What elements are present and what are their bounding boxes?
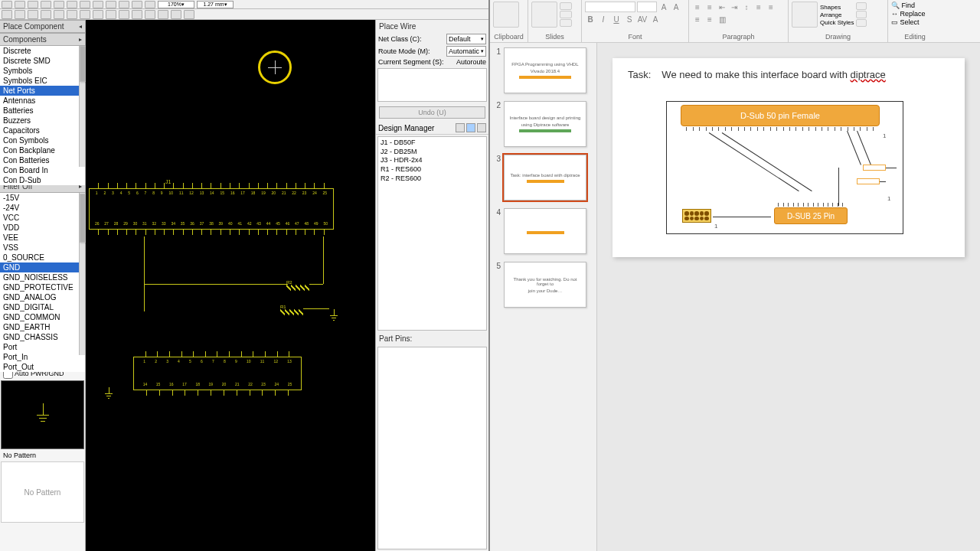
parts-list[interactable]: -15V-24VVCCVDDVEEVSS0_SOURCEGNDGND_NOISE…	[0, 193, 85, 372]
part-item[interactable]: GND_DIGITAL	[0, 302, 85, 312]
route-mode-dropdown[interactable]: Automatic▾	[446, 46, 486, 57]
dm-item[interactable]: J2 - DB25M	[381, 148, 484, 157]
category-item[interactable]: Batteries	[0, 106, 85, 116]
gnd-icon[interactable]	[104, 387, 113, 401]
category-item[interactable]: Symbols EIC	[0, 76, 85, 86]
slide-thumbnail[interactable]	[504, 208, 586, 254]
shapes-button[interactable]	[792, 2, 818, 28]
part-item[interactable]: GND_PROTECTIVE	[0, 282, 85, 292]
tool-icon[interactable]	[41, 10, 51, 19]
scrollbar[interactable]	[79, 46, 85, 167]
wire[interactable]	[303, 308, 329, 309]
category-item[interactable]: Antennas	[0, 96, 85, 106]
category-item[interactable]: Con Batteries	[0, 155, 85, 165]
zoom-out-icon[interactable]	[132, 1, 142, 8]
schematic-canvas[interactable]: J1 1234567891011121314151617181920212223…	[86, 20, 375, 551]
shape-outline-icon[interactable]	[856, 11, 867, 18]
part-item[interactable]: GND	[0, 262, 85, 272]
part-item[interactable]: VDD	[0, 223, 85, 233]
wire[interactable]	[309, 284, 323, 285]
align-right-icon[interactable]: ≡	[692, 14, 703, 24]
slide-thumbnails[interactable]: 1FPGA Programming using VHDLVivado 2018.…	[490, 43, 597, 551]
cut-icon[interactable]	[67, 1, 77, 8]
tool-icon[interactable]	[119, 10, 129, 19]
wire[interactable]	[144, 236, 145, 311]
tool-icon[interactable]	[2, 10, 12, 19]
preview-icon[interactable]	[54, 1, 64, 8]
arrange-label[interactable]: Arrange	[820, 11, 854, 18]
tool-icon[interactable]	[158, 10, 168, 19]
category-item[interactable]: Con D-Sub	[0, 175, 85, 185]
part-item[interactable]: -24V	[0, 203, 85, 213]
layout-icon[interactable]	[560, 2, 572, 10]
wire[interactable]	[323, 236, 324, 284]
grow-font-icon[interactable]: A	[658, 2, 669, 12]
dsub25-shape[interactable]: D-SUB 25 Pin	[774, 207, 848, 224]
italic-icon[interactable]: I	[598, 14, 609, 24]
tool-icon[interactable]	[15, 10, 25, 19]
undo-icon[interactable]	[106, 1, 116, 8]
justify-icon[interactable]: ≡	[704, 14, 715, 24]
zoom-field[interactable]: 170%▾	[158, 1, 194, 8]
category-item[interactable]: Con Symbols	[0, 135, 85, 145]
gnd-icon[interactable]	[329, 309, 338, 323]
part-item[interactable]: Port	[0, 342, 85, 352]
grid-field[interactable]: 1.27 mm▾	[197, 1, 234, 8]
tool-icon[interactable]	[93, 10, 103, 19]
part-item[interactable]: 0_SOURCE	[0, 253, 85, 262]
section-icon[interactable]	[560, 19, 572, 27]
tool-icon[interactable]	[171, 10, 181, 19]
place-component-header[interactable]: Place Component◂	[0, 20, 85, 33]
redo-icon[interactable]	[119, 1, 129, 8]
net-class-dropdown[interactable]: Default▾	[446, 34, 486, 44]
numbering-icon[interactable]: ≡	[704, 2, 715, 12]
select-button[interactable]: ▭ Select	[891, 18, 920, 26]
category-item[interactable]: Capacitors	[0, 126, 85, 135]
save-icon[interactable]	[28, 1, 38, 8]
bold-icon[interactable]: B	[585, 14, 596, 24]
paste-icon[interactable]	[93, 1, 103, 8]
tool-icon[interactable]	[28, 10, 38, 19]
copy-icon[interactable]	[80, 1, 90, 8]
components-category-list[interactable]: DiscreteDiscrete SMDSymbolsSymbols EICNe…	[0, 46, 85, 185]
shapes-label[interactable]: Shapes	[820, 4, 854, 11]
indent-dec-icon[interactable]: ⇤	[717, 2, 727, 12]
tool-icon[interactable]	[54, 10, 64, 19]
part-item[interactable]: Port_In	[0, 352, 85, 362]
part-item[interactable]: VCC	[0, 213, 85, 223]
undo-button[interactable]: Undo (U)	[379, 106, 485, 119]
category-item[interactable]: Buzzers	[0, 116, 85, 126]
part-item[interactable]: VSS	[0, 243, 85, 253]
reset-icon[interactable]	[560, 11, 572, 18]
category-item[interactable]: Discrete	[0, 46, 85, 56]
category-item[interactable]: Con Board In	[0, 165, 85, 175]
slide-thumbnail[interactable]: FPGA Programming using VHDLVivado 2018.4	[504, 47, 586, 93]
new-icon[interactable]	[2, 1, 12, 8]
tool-icon[interactable]	[184, 10, 194, 19]
connector-j2[interactable]: 12345678910111213 1415161718192021222324…	[133, 357, 302, 390]
print-icon[interactable]	[41, 1, 51, 8]
dsub50-shape[interactable]: D-Sub 50 pin Female	[681, 105, 880, 126]
dm-item[interactable]: J1 - DB50F	[381, 139, 484, 148]
part-item[interactable]: GND_CHASSIS	[0, 332, 85, 342]
align-center-icon[interactable]: ≡	[766, 2, 776, 12]
dm-item[interactable]: R2 - RES600	[381, 174, 484, 184]
slide-thumbnail[interactable]: Thank you for watching. Do not forget to…	[504, 262, 586, 308]
wire[interactable]	[144, 284, 288, 285]
design-manager-list[interactable]: J1 - DB50FJ2 - DB25MJ3 - HDR-2x4R1 - RES…	[378, 137, 486, 184]
columns-icon[interactable]: ▥	[717, 14, 727, 24]
line-spacing-icon[interactable]: ↕	[741, 2, 752, 12]
part-item[interactable]: GND_NOISELESS	[0, 272, 85, 282]
tool-icon[interactable]	[132, 10, 142, 19]
dm-item[interactable]: R1 - RES600	[381, 165, 484, 174]
underline-icon[interactable]: U	[611, 14, 622, 24]
scrollbar[interactable]	[79, 193, 85, 355]
part-item[interactable]: VEE	[0, 233, 85, 243]
align-left-icon[interactable]: ≡	[753, 2, 764, 12]
part-item[interactable]: Port_Out	[0, 362, 85, 372]
resistor-r1[interactable]: R1	[280, 305, 303, 315]
font-color-icon[interactable]: A	[650, 14, 661, 24]
shrink-font-icon[interactable]: A	[671, 2, 681, 12]
tool-icon[interactable]	[80, 10, 90, 19]
new-slide-button[interactable]	[531, 2, 557, 28]
